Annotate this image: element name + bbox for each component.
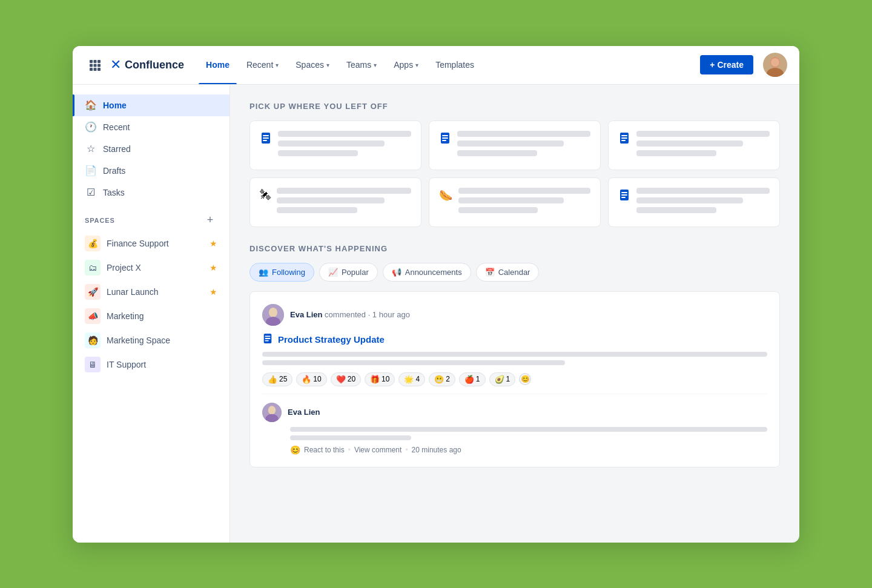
tab-announcements[interactable]: 📢 Announcements — [383, 263, 471, 282]
card-doc-icon — [260, 132, 272, 147]
svg-rect-6 — [90, 68, 93, 71]
post-meta: Eva Lien commented · 1 hour ago — [290, 310, 410, 319]
post-action: commented · — [325, 310, 372, 319]
user-avatar[interactable] — [763, 53, 787, 77]
sidebar-item-tasks-label: Tasks — [103, 188, 125, 197]
svg-rect-0 — [90, 60, 93, 63]
card-subtitle-line — [636, 140, 743, 147]
svg-rect-16 — [263, 140, 267, 141]
sidebar-item-drafts-label: Drafts — [103, 166, 125, 176]
post-title-text: Product Strategy Update — [278, 334, 385, 345]
nav-link-apps[interactable]: Apps ▾ — [386, 55, 426, 74]
reaction-heart[interactable]: ❤️ 20 — [331, 372, 361, 386]
recent-card[interactable] — [249, 121, 421, 170]
nav-link-templates[interactable]: Templates — [428, 55, 481, 74]
reaction-grimace[interactable]: 😬 2 — [429, 372, 455, 386]
svg-rect-19 — [442, 137, 448, 139]
gift-emoji: 🎁 — [370, 375, 380, 384]
post-title[interactable]: Product Strategy Update — [262, 333, 767, 346]
card-meta-line — [636, 207, 716, 213]
sidebar-item-drafts[interactable]: 📄 Drafts — [73, 160, 230, 182]
comment-author-avatar — [262, 403, 282, 422]
svg-rect-27 — [621, 194, 627, 196]
sidebar-item-finance[interactable]: 💰 Finance Support ★ — [73, 231, 230, 256]
marketing-space-label: Marketing — [107, 311, 144, 321]
projectx-space-label: Project X — [107, 263, 141, 273]
grid-icon[interactable] — [85, 55, 104, 74]
thumbsup-emoji: 👍 — [268, 375, 277, 384]
apple-count: 1 — [476, 375, 480, 383]
nav-link-spaces[interactable]: Spaces ▾ — [288, 55, 337, 74]
card-subtitle-line — [277, 197, 385, 203]
svg-rect-7 — [94, 68, 97, 71]
svg-point-30 — [269, 308, 277, 317]
sidebar-item-starred[interactable]: ☆ Starred — [73, 138, 230, 160]
finance-star-icon: ★ — [210, 239, 217, 248]
recent-card[interactable]: 🛰 — [249, 177, 421, 227]
card-doc2-icon — [618, 189, 630, 204]
recent-card[interactable]: 🌭 — [429, 177, 601, 227]
heart-count: 20 — [348, 375, 355, 383]
add-reaction-icon: 😊 — [521, 375, 530, 383]
reaction-apple[interactable]: 🍎 1 — [459, 372, 486, 386]
nav-links: Home Recent ▾ Spaces ▾ Teams ▾ Apps ▾ Te… — [199, 55, 695, 74]
svg-rect-26 — [621, 192, 627, 193]
svg-rect-8 — [97, 68, 101, 71]
comment-time: 20 minutes ago — [412, 446, 461, 454]
svg-rect-3 — [90, 64, 93, 67]
lunar-space-label: Lunar Launch — [107, 287, 159, 297]
sidebar-item-marketingspace[interactable]: 🧑 Marketing Space — [73, 328, 230, 352]
discover-section-title: DISCOVER WHAT'S HAPPENING — [249, 244, 780, 253]
announcements-icon: 📢 — [392, 268, 401, 277]
react-to-this-link[interactable]: React to this — [304, 446, 345, 454]
recent-card[interactable] — [608, 121, 780, 170]
app-logo[interactable]: ✕ Confluence — [110, 57, 184, 73]
projectx-space-icon: 🗂 — [85, 260, 101, 276]
sidebar-item-recent[interactable]: 🕐 Recent — [73, 116, 230, 138]
top-navigation: ✕ Confluence Home Recent ▾ Spaces ▾ Team… — [73, 46, 799, 85]
nav-link-recent[interactable]: Recent ▾ — [239, 55, 286, 74]
svg-point-12 — [771, 58, 779, 67]
tab-following[interactable]: 👥 Following — [249, 263, 314, 282]
view-comment-link[interactable]: View comment — [354, 446, 401, 454]
react-icon: 😊 — [290, 445, 300, 455]
reaction-star[interactable]: 🌟 4 — [398, 372, 425, 386]
sidebar-item-tasks[interactable]: ☑ Tasks — [73, 182, 230, 203]
svg-rect-18 — [442, 135, 448, 136]
home-icon: 🏠 — [85, 99, 97, 111]
card-content — [636, 131, 770, 160]
card-hotdog-icon: 🌭 — [439, 189, 452, 202]
reaction-gift[interactable]: 🎁 10 — [365, 372, 395, 386]
post-title-icon — [262, 333, 273, 346]
nav-link-teams[interactable]: Teams ▾ — [339, 55, 384, 74]
reaction-avocado[interactable]: 🥑 1 — [489, 372, 516, 386]
sidebar-item-home[interactable]: 🏠 Home — [73, 94, 230, 116]
card-satellite-icon: 🛰 — [260, 189, 271, 202]
sidebar: 🏠 Home 🕐 Recent ☆ Starred 📄 Drafts ☑ Tas… — [73, 85, 230, 543]
create-button[interactable]: + Create — [700, 55, 753, 74]
svg-rect-14 — [263, 135, 269, 136]
tab-popular[interactable]: 📈 Popular — [319, 263, 378, 282]
reaction-fire[interactable]: 🔥 10 — [296, 372, 326, 386]
main-layout: 🏠 Home 🕐 Recent ☆ Starred 📄 Drafts ☑ Tas… — [73, 85, 799, 543]
calendar-icon: 📅 — [485, 268, 495, 277]
card-meta-line — [277, 207, 357, 213]
apple-emoji: 🍎 — [464, 375, 474, 384]
post-time: 1 hour ago — [372, 310, 410, 319]
recent-card[interactable] — [608, 177, 780, 227]
card-content — [458, 188, 590, 217]
card-meta-line — [458, 207, 538, 213]
recent-card[interactable] — [429, 121, 601, 170]
itsupport-space-label: IT Support — [107, 360, 146, 369]
reaction-thumbsup[interactable]: 👍 25 — [262, 372, 292, 386]
sidebar-item-lunar[interactable]: 🚀 Lunar Launch ★ — [73, 280, 230, 304]
reaction-add-button[interactable]: 😊 — [519, 373, 531, 385]
sidebar-item-itsupport[interactable]: 🖥 IT Support — [73, 352, 230, 377]
card-title-line — [636, 188, 770, 194]
add-space-button[interactable]: + — [203, 213, 217, 228]
sidebar-item-projectx[interactable]: 🗂 Project X ★ — [73, 256, 230, 280]
following-icon: 👥 — [259, 268, 268, 277]
sidebar-item-marketing[interactable]: 📣 Marketing — [73, 304, 230, 328]
nav-link-home[interactable]: Home — [199, 55, 237, 74]
tab-calendar[interactable]: 📅 Calendar — [476, 263, 540, 282]
